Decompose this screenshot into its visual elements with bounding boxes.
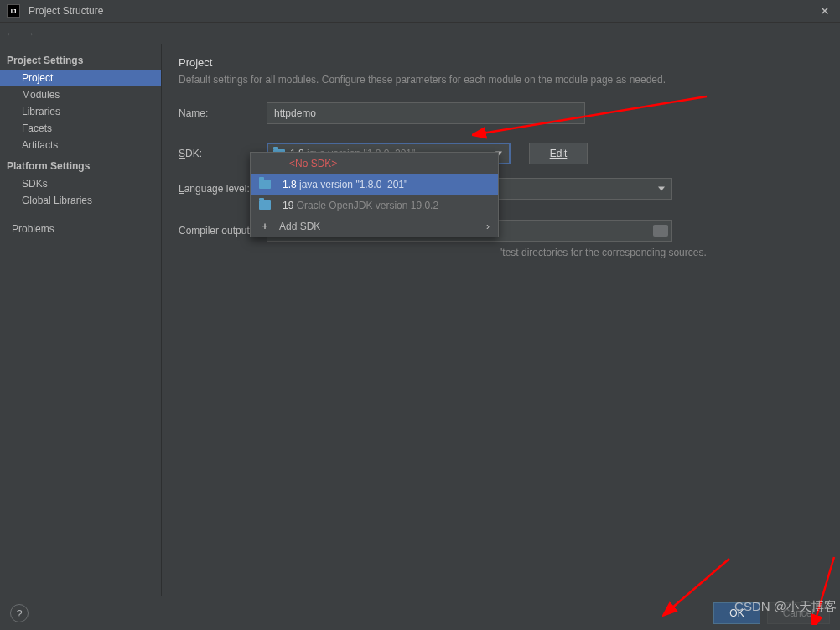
section-title: Project xyxy=(179,56,823,69)
sidebar-item-project[interactable]: Project xyxy=(0,70,161,86)
window-title: Project Structure xyxy=(29,5,817,17)
ok-button[interactable]: OK xyxy=(713,602,760,624)
sidebar-item-global-libraries[interactable]: Global Libraries xyxy=(0,192,161,209)
chevron-right-icon: › xyxy=(486,221,490,232)
sidebar-heading-project: Project Settings xyxy=(0,53,161,70)
help-icon[interactable]: ? xyxy=(10,604,29,622)
sidebar-item-facets[interactable]: Facets xyxy=(0,120,161,137)
close-icon[interactable]: ✕ xyxy=(817,4,833,18)
back-arrow-icon[interactable]: ← xyxy=(5,27,17,40)
name-label: Name: xyxy=(179,107,267,119)
sdk-dropdown-list: <No SDK> 1.8 java version "1.8.0_201" 19… xyxy=(250,152,499,237)
folder-icon xyxy=(259,200,271,210)
sidebar-item-libraries[interactable]: Libraries xyxy=(0,103,161,120)
compiler-hint: 'test directories for the corresponding … xyxy=(500,247,823,258)
sidebar-item-modules[interactable]: Modules xyxy=(0,86,161,103)
dropdown-item-jdk18[interactable]: 1.8 java version "1.8.0_201" xyxy=(251,174,498,195)
folder-icon xyxy=(259,180,271,189)
section-description: Default settings for all modules. Config… xyxy=(179,74,823,86)
nav-toolbar: ← → xyxy=(0,23,840,44)
dialog-footer: ? OK Cancel xyxy=(0,596,840,630)
dropdown-item-add-sdk[interactable]: +Add SDK › xyxy=(251,216,498,237)
dropdown-item-no-sdk[interactable]: <No SDK> xyxy=(251,153,498,174)
plus-icon: + xyxy=(259,221,271,232)
browse-folder-icon[interactable] xyxy=(653,225,668,237)
forward-arrow-icon[interactable]: → xyxy=(23,27,35,40)
sidebar-item-sdks[interactable]: SDKs xyxy=(0,175,161,192)
sidebar-heading-platform: Platform Settings xyxy=(0,159,161,175)
name-row: Name: xyxy=(179,102,823,124)
dropdown-item-jdk19[interactable]: 19 Oracle OpenJDK version 19.0.2 xyxy=(251,195,498,216)
content-panel: Project Default settings for all modules… xyxy=(162,44,840,596)
name-input[interactable] xyxy=(267,102,585,124)
sidebar-item-problems[interactable]: Problems xyxy=(0,221,161,237)
sidebar: Project Settings Project Modules Librari… xyxy=(0,44,162,596)
edit-button[interactable]: Edit xyxy=(529,143,588,164)
cancel-button[interactable]: Cancel xyxy=(767,602,830,624)
sidebar-item-artifacts[interactable]: Artifacts xyxy=(0,137,161,154)
app-icon: IJ xyxy=(7,4,20,18)
chevron-down-icon xyxy=(658,187,665,191)
titlebar: IJ Project Structure ✕ xyxy=(0,0,840,23)
